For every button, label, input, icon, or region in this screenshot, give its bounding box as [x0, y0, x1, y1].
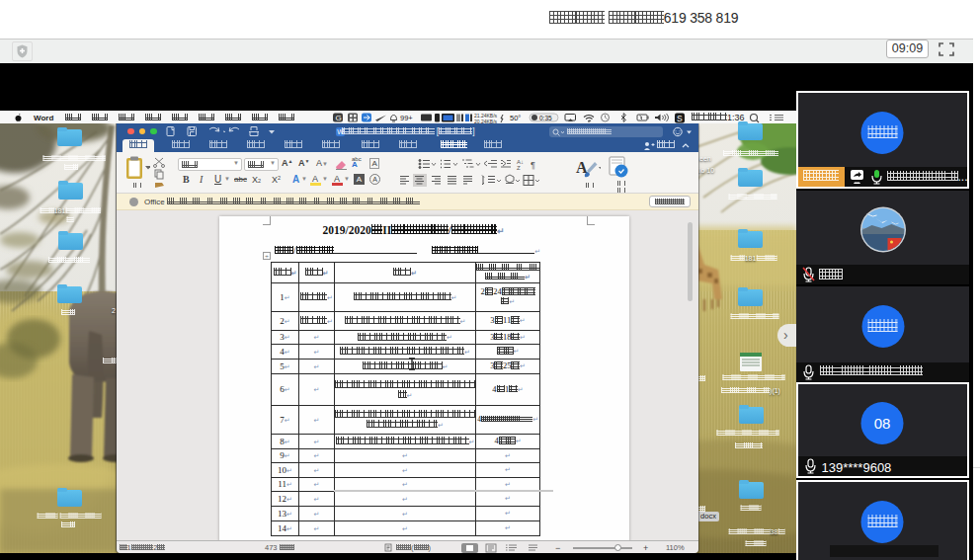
svg-text:0:35: 0:35 — [539, 115, 552, 121]
svg-text:99+: 99+ — [400, 114, 413, 122]
svg-text:50°: 50° — [510, 114, 521, 122]
svg-text:G: G — [336, 114, 342, 122]
svg-text:¶: ¶ — [531, 160, 535, 170]
svg-text:S: S — [677, 114, 683, 123]
svg-text:Z: Z — [517, 165, 521, 170]
